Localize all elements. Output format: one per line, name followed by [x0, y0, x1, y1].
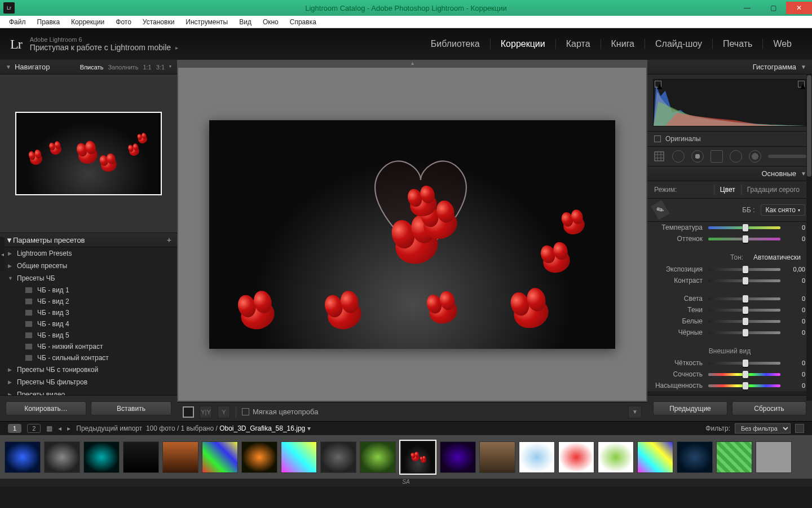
- clarity-value[interactable]: 0: [786, 360, 805, 366]
- nav-next-icon[interactable]: ▸: [67, 424, 70, 432]
- preset-group[interactable]: ▶Пресеты ЧБ с тонировкой: [0, 364, 177, 376]
- paste-button[interactable]: Вставить: [91, 401, 171, 415]
- filmstrip-thumb[interactable]: [241, 441, 277, 473]
- redeye-tool-icon[interactable]: [691, 150, 704, 163]
- menu-view[interactable]: Вид: [233, 16, 257, 28]
- monitor-2-button[interactable]: 2: [27, 424, 41, 433]
- blacks-slider[interactable]: [708, 331, 780, 334]
- originals-row[interactable]: Оригиналы: [647, 131, 812, 146]
- nav-prev-icon[interactable]: ◂: [58, 424, 61, 432]
- softproof-checkbox[interactable]: [242, 408, 249, 415]
- zoom-fill[interactable]: Заполнить: [108, 64, 138, 71]
- loupe-view[interactable]: [178, 68, 646, 401]
- source-label[interactable]: Предыдущий импорт 100 фото / 1 выбрано /…: [76, 424, 310, 432]
- spot-tool-icon[interactable]: [672, 150, 685, 163]
- preset-item[interactable]: ЧБ - вид 1: [0, 284, 177, 296]
- module-print[interactable]: Печать: [713, 39, 763, 49]
- filmstrip-thumb-selected[interactable]: [399, 440, 436, 475]
- mobile-tagline[interactable]: Приступая к работе с Lightroom mobile: [30, 43, 171, 52]
- exposure-value[interactable]: 0,00: [786, 266, 805, 273]
- whites-slider[interactable]: [708, 320, 780, 323]
- tint-slider[interactable]: [708, 238, 780, 240]
- maximize-button[interactable]: ▢: [760, 2, 786, 14]
- filmstrip-thumb[interactable]: [716, 441, 752, 473]
- zoom-fit[interactable]: Вписать: [80, 64, 104, 71]
- auto-tone-button[interactable]: Автоматически: [749, 253, 805, 262]
- left-panel-collapse[interactable]: ◂: [0, 237, 5, 271]
- shadows-slider[interactable]: [708, 309, 780, 312]
- menu-develop[interactable]: Коррекции: [65, 16, 110, 28]
- monitor-1-button[interactable]: 1: [8, 424, 21, 433]
- filmstrip-thumb[interactable]: [123, 441, 159, 473]
- contrast-value[interactable]: 0: [786, 277, 805, 284]
- tint-value[interactable]: 0: [786, 235, 805, 242]
- filmstrip-thumb[interactable]: [44, 441, 80, 473]
- filmstrip-thumb[interactable]: [637, 441, 673, 473]
- exposure-slider[interactable]: [708, 268, 780, 271]
- navigator-preview[interactable]: [0, 75, 177, 233]
- copy-button[interactable]: Копировать…: [6, 401, 86, 415]
- menu-window[interactable]: Окно: [257, 16, 284, 28]
- tool-slider[interactable]: [768, 155, 806, 158]
- close-button[interactable]: ✕: [786, 2, 812, 14]
- module-slideshow[interactable]: Слайд-шоу: [645, 39, 713, 49]
- filmstrip[interactable]: [0, 435, 812, 479]
- treatment-color[interactable]: Цвет: [714, 185, 741, 195]
- originals-checkbox[interactable]: [654, 135, 661, 142]
- chevron-down-icon[interactable]: ▾: [169, 64, 171, 71]
- presets-header[interactable]: ▼ Параметры пресетов +: [0, 233, 177, 247]
- right-panel-scrollbar[interactable]: [806, 75, 812, 401]
- vibrance-slider[interactable]: [708, 373, 780, 376]
- treatment-grayscale[interactable]: Градации серого: [741, 185, 805, 195]
- reset-button[interactable]: Сбросить: [732, 401, 806, 415]
- filmstrip-thumb[interactable]: [202, 441, 238, 473]
- filmstrip-thumb[interactable]: [281, 441, 317, 473]
- saturation-value[interactable]: 0: [786, 382, 805, 389]
- preset-item[interactable]: ЧБ - низкий контраст: [0, 341, 177, 352]
- graduated-filter-icon[interactable]: [710, 150, 723, 163]
- highlights-value[interactable]: 0: [786, 295, 805, 302]
- menu-tools[interactable]: Инструменты: [180, 16, 233, 28]
- filmstrip-thumb[interactable]: [440, 441, 476, 473]
- filmstrip-thumb[interactable]: [360, 441, 396, 473]
- highlight-clip-icon[interactable]: ▲: [798, 81, 805, 87]
- highlights-slider[interactable]: [708, 297, 780, 300]
- before-after-y-icon[interactable]: Y|Y: [200, 406, 212, 418]
- module-map[interactable]: Карта: [556, 39, 601, 49]
- contrast-slider[interactable]: [708, 279, 780, 282]
- preset-item[interactable]: ЧБ - вид 2: [0, 296, 177, 307]
- whites-value[interactable]: 0: [786, 318, 805, 325]
- temperature-value[interactable]: 0: [786, 224, 805, 231]
- preset-group[interactable]: ▶Пресеты видео: [0, 388, 177, 395]
- preset-item[interactable]: ЧБ - сильный контраст: [0, 352, 177, 364]
- filmstrip-thumb[interactable]: [519, 441, 555, 473]
- before-after-x-icon[interactable]: Y: [218, 406, 230, 418]
- preset-group[interactable]: ▶Общие пресеты: [0, 260, 177, 272]
- navigator-thumbnail[interactable]: [15, 112, 162, 195]
- loupe-view-icon[interactable]: [183, 406, 194, 418]
- module-develop[interactable]: Коррекции: [491, 39, 556, 49]
- filmstrip-thumb[interactable]: [5, 441, 41, 473]
- histogram-header[interactable]: Гистограмма▼: [647, 60, 812, 75]
- navigator-header[interactable]: ▼ Навигатор Вписать Заполнить 1:1 3:1 ▾: [0, 60, 177, 75]
- top-panel-toggle[interactable]: ▴: [177, 60, 647, 67]
- filmstrip-thumb[interactable]: [598, 441, 634, 473]
- temperature-slider[interactable]: [708, 226, 780, 229]
- preset-group[interactable]: ▶Lightroom Presets: [0, 247, 177, 260]
- zoom-3-1[interactable]: 3:1: [156, 64, 165, 71]
- radial-filter-icon[interactable]: [730, 150, 742, 163]
- preset-item[interactable]: ЧБ - вид 4: [0, 318, 177, 330]
- filmstrip-thumb[interactable]: [162, 441, 198, 473]
- filmstrip-thumb[interactable]: [320, 441, 356, 473]
- preset-item[interactable]: ЧБ - вид 5: [0, 330, 177, 341]
- blacks-value[interactable]: 0: [786, 329, 805, 336]
- basic-header[interactable]: Основные▼: [647, 167, 812, 181]
- crop-tool-icon[interactable]: [653, 150, 665, 163]
- filmstrip-thumb[interactable]: [756, 441, 792, 473]
- previous-button[interactable]: Предыдущие: [653, 401, 727, 415]
- menu-photo[interactable]: Фото: [110, 16, 137, 28]
- filter-dropdown[interactable]: Без фильтра: [735, 423, 791, 433]
- preset-group[interactable]: ▼Пресеты ЧБ: [0, 272, 177, 284]
- zoom-1-1[interactable]: 1:1: [143, 64, 151, 71]
- wb-preset-dropdown[interactable]: Как снято▾: [761, 204, 805, 216]
